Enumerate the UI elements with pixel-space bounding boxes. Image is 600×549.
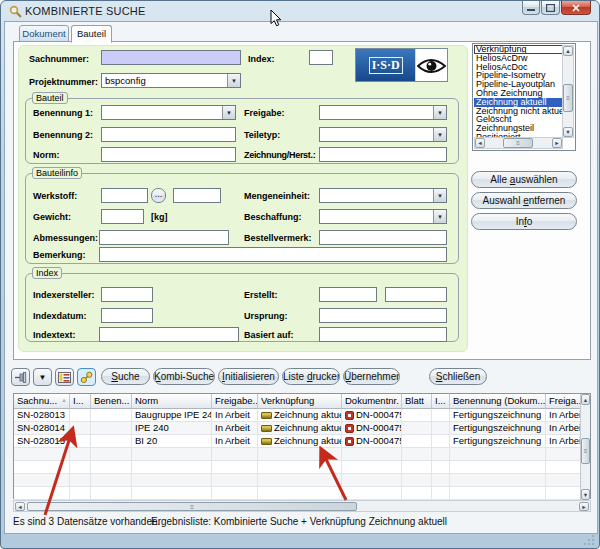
bemerkung-label: Bemerkung: [33, 250, 86, 260]
tab-bauteil[interactable]: Bauteil [71, 25, 112, 43]
listbox-vertical-scrollbar[interactable]: ▲ ≡ ▼ [562, 45, 574, 138]
result-list-button[interactable] [55, 368, 74, 386]
cell [70, 435, 91, 448]
scrollbar-thumb[interactable]: ≡ [563, 84, 573, 112]
listbox-horizontal-scrollbar[interactable]: ◄ ≡ ► [474, 137, 563, 149]
column-header-freigabe[interactable]: Freigabe... [212, 394, 258, 409]
link-filter-button[interactable] [77, 368, 96, 386]
basiert-auf-label: Basiert auf: [244, 330, 294, 340]
scrollbar-thumb[interactable]: ≡ [503, 138, 533, 148]
scroll-right-icon[interactable]: ► [552, 138, 562, 148]
teiletyp-combobox[interactable]: ▼ [319, 127, 447, 142]
column-header-benennung-dokument[interactable]: Benennung (Dokum... [450, 394, 546, 409]
basiert-auf-input[interactable] [319, 327, 447, 342]
cell-norm: BI 20 [132, 435, 212, 448]
beschaffung-combobox[interactable]: ▼ [319, 209, 447, 224]
maximize-button[interactable] [541, 1, 560, 15]
column-header[interactable]: I... [432, 394, 450, 409]
pin-dialog-button[interactable] [11, 368, 30, 386]
search-button[interactable]: Suche [101, 368, 150, 385]
benennung1-combobox[interactable]: ▼ [101, 105, 236, 120]
scroll-left-icon[interactable]: ◄ [15, 502, 25, 511]
remove-selection-button[interactable]: Auswahl entfernen [471, 192, 577, 209]
abmessungen-input[interactable] [99, 230, 229, 245]
table-row-empty[interactable] [14, 448, 590, 461]
cell [402, 435, 432, 448]
table-row-empty[interactable] [14, 474, 590, 487]
column-header-blatt[interactable]: Blatt [402, 394, 432, 409]
link-filter-listbox[interactable]: Verknüpfung HeliosAcDrw HeliosAcDoc Pipe… [472, 43, 576, 151]
werkstoff-browse-button[interactable]: ... [151, 188, 166, 203]
column-header[interactable]: Benen... [91, 394, 132, 409]
table-vertical-scrollbar[interactable]: ▲ ≡ ▼ [580, 394, 590, 500]
bestellvermerk-label: Bestellvermerk: [244, 233, 312, 243]
column-header-dokumentnr[interactable]: Dokumentnr. [342, 394, 402, 409]
tab-dokument[interactable]: Dokument [19, 25, 69, 42]
benennung2-input[interactable] [101, 127, 236, 142]
link-icon [80, 371, 93, 384]
table-row-empty[interactable] [14, 461, 590, 474]
bemerkung-input[interactable] [99, 247, 447, 262]
scroll-up-icon[interactable]: ▲ [563, 46, 573, 56]
indextext-input[interactable] [99, 327, 239, 342]
chevron-down-icon[interactable]: ▼ [222, 106, 235, 119]
scrollbar-thumb[interactable]: ≡ [581, 438, 590, 464]
scroll-down-icon[interactable]: ▼ [581, 489, 590, 500]
scroll-down-icon[interactable]: ▼ [563, 127, 573, 137]
cell-dokumentnr: DN-000475 [342, 422, 402, 435]
mengeneinheit-combobox[interactable]: ▼ [319, 188, 447, 203]
select-all-button[interactable]: Alle auswählen [471, 171, 577, 188]
apply-button[interactable]: Übernehmen [343, 368, 400, 385]
initialize-button[interactable]: Initialisieren [218, 368, 279, 385]
scroll-left-icon[interactable]: ◄ [475, 138, 485, 148]
cell-benennung-dokument: Fertigungszeichnung [450, 435, 546, 448]
more-options-button[interactable]: ▼ [33, 368, 52, 386]
scroll-right-icon[interactable]: ► [579, 502, 589, 511]
chevron-down-icon[interactable]: ▼ [433, 106, 446, 119]
close-button[interactable] [561, 1, 591, 15]
sachnummer-input[interactable] [101, 50, 241, 65]
combi-search-button[interactable]: Kombi-Suche [153, 368, 215, 385]
erstellt-input-2[interactable] [385, 287, 447, 302]
table-row[interactable]: SN-028015 BI 20 In Arbeit Zeichnung aktu… [14, 435, 590, 448]
chevron-down-icon[interactable]: ▼ [227, 74, 240, 87]
scrollbar-thumb[interactable]: ≡ [27, 502, 357, 511]
table-horizontal-scrollbar[interactable]: ◄ ≡ ► [13, 500, 591, 512]
erstellt-input-1[interactable] [319, 287, 377, 302]
column-header-sachnummer[interactable]: Sachnu...▲ [14, 394, 70, 409]
table-row-empty[interactable] [14, 487, 590, 500]
column-header-norm[interactable]: Norm [132, 394, 212, 409]
title-bar[interactable]: KOMBINIERTE SUCHE [1, 1, 599, 21]
werkstoff-input-2[interactable] [173, 188, 221, 203]
cell-dokumentnr: DN-000475 [342, 435, 402, 448]
norm-input[interactable] [101, 147, 236, 162]
resize-grip[interactable] [584, 534, 595, 545]
indexersteller-input[interactable] [101, 287, 153, 302]
table-row[interactable]: SN-028013 Baugruppe IPE 240 In Arbeit Ze… [14, 409, 590, 422]
record-count-status: Es sind 3 Datensätze vorhanden. [13, 516, 160, 527]
search-icon [9, 5, 22, 18]
chevron-down-icon[interactable]: ▼ [433, 210, 446, 223]
print-list-button[interactable]: Liste drucken [282, 368, 340, 385]
chevron-down-icon[interactable]: ▼ [433, 128, 446, 141]
close-dialog-button[interactable]: Schließen [429, 368, 487, 385]
werkstoff-input[interactable] [101, 188, 148, 203]
gewicht-input[interactable] [101, 209, 144, 224]
projektnummer-combobox[interactable]: bspconfig ▼ [101, 73, 241, 88]
indexdatum-input[interactable] [101, 308, 153, 323]
freigabe-combobox[interactable]: ▼ [319, 105, 447, 120]
table-row[interactable]: SN-028014 IPE 240 In Arbeit Zeichnung ak… [14, 422, 590, 435]
column-header[interactable]: I... [70, 394, 91, 409]
bestellvermerk-input[interactable] [319, 230, 447, 245]
zeichnung-herst-input[interactable] [319, 147, 447, 162]
column-header-verknuepfung[interactable]: Verknüpfung [258, 394, 342, 409]
chevron-down-icon[interactable]: ▼ [433, 189, 446, 202]
pin-icon [14, 371, 27, 384]
ursprung-input[interactable] [319, 308, 447, 323]
minimize-button[interactable] [522, 1, 540, 15]
beschaffung-label: Beschaffung: [244, 212, 302, 222]
scroll-up-icon[interactable]: ▲ [581, 394, 590, 405]
info-button[interactable]: Info [471, 213, 577, 230]
column-header-freigabe-dokument[interactable]: Freiga... [546, 394, 580, 409]
index-input[interactable] [309, 50, 333, 65]
